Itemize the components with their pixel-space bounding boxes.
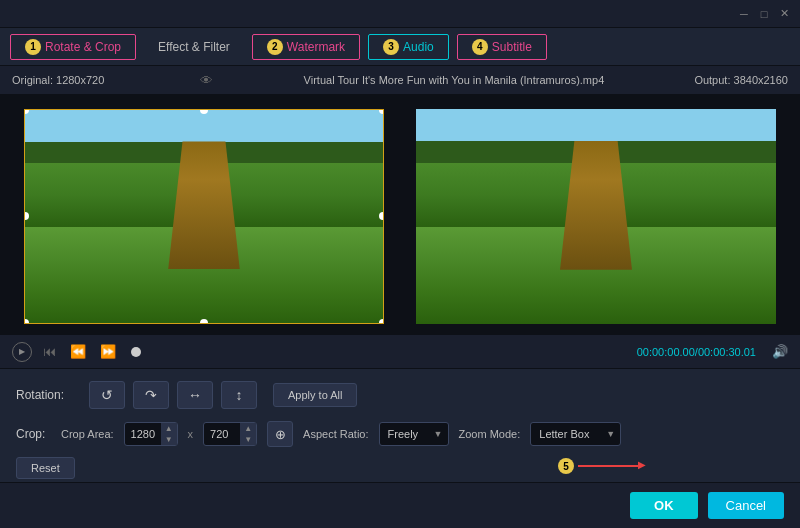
tab-watermark[interactable]: 2 Watermark [252, 34, 360, 60]
preview-area [0, 94, 800, 334]
aspect-ratio-label: Aspect Ratio: [303, 428, 368, 440]
height-spinners: ▲ ▼ [240, 423, 256, 445]
crop-area-label: Crop Area: [61, 428, 114, 440]
arrow-indicator: 5 [558, 458, 638, 474]
left-video-panel [8, 102, 400, 330]
tab1-badge: 1 [25, 39, 41, 55]
right-video-content [416, 109, 776, 324]
crop-row: Crop: Crop Area: ▲ ▼ x ▲ ▼ ⊕ Aspect Rati… [16, 421, 784, 447]
tab-effect-filter-label: Effect & Filter [158, 40, 230, 54]
handle-bottom-mid[interactable] [200, 319, 208, 324]
width-input-wrap: ▲ ▼ [124, 422, 178, 446]
crop-label: Crop: [16, 427, 51, 441]
height-spin-down[interactable]: ▼ [240, 434, 256, 445]
apply-to-all-button[interactable]: Apply to All [273, 383, 357, 407]
handle-bottom-right[interactable] [379, 319, 384, 324]
width-spin-down[interactable]: ▼ [161, 434, 177, 445]
width-spinners: ▲ ▼ [161, 423, 177, 445]
tab-subtitle-label: Subtitle [492, 40, 532, 54]
maximize-button[interactable]: □ [756, 6, 772, 22]
time-display: 00:00:00.00/00:00:30.01 [637, 346, 756, 358]
tab-rotate-crop-label: Rotate & Crop [45, 40, 121, 54]
minimize-button[interactable]: ─ [736, 6, 752, 22]
eye-icon: 👁 [200, 73, 213, 88]
filename-label: Virtual Tour It's More Fun with You in M… [304, 74, 605, 86]
tab-watermark-label: Watermark [287, 40, 345, 54]
right-video-frame [416, 109, 776, 324]
bottom-bar: OK Cancel [0, 482, 800, 528]
tab4-badge: 4 [472, 39, 488, 55]
badge5-wrap: 5 [558, 458, 638, 474]
rotate-left-button[interactable]: ↺ [89, 381, 125, 409]
title-bar: ─ □ ✕ [0, 0, 800, 28]
tab-rotate-crop[interactable]: 1 Rotate & Crop [10, 34, 136, 60]
height-spin-up[interactable]: ▲ [240, 423, 256, 434]
aspect-ratio-select-wrap: Freely 16:9 4:3 1:1 Custom ▼ [379, 422, 449, 446]
x-separator: x [188, 428, 194, 440]
tab-effect-filter[interactable]: Effect & Filter [144, 36, 244, 58]
close-button[interactable]: ✕ [776, 6, 792, 22]
tab2-badge: 2 [267, 39, 283, 55]
volume-icon[interactable]: 🔊 [772, 344, 788, 359]
total-time: 00:00:30.01 [698, 346, 756, 358]
tab-audio[interactable]: 3 Audio [368, 34, 449, 60]
right-video-panel [400, 102, 792, 330]
arrow-line [578, 465, 638, 467]
tab-subtitle[interactable]: 4 Subtitle [457, 34, 547, 60]
zoom-mode-label: Zoom Mode: [459, 428, 521, 440]
controls-panel: Rotation: ↺ ↷ ↔ ↕ Apply to All Crop: Cro… [0, 368, 800, 491]
tab3-badge: 3 [383, 39, 399, 55]
height-input-wrap: ▲ ▼ [203, 422, 257, 446]
flip-horizontal-button[interactable]: ↔ [177, 381, 213, 409]
zoom-mode-select-wrap: Letter Box Pan & Scan Full ▼ [530, 422, 621, 446]
progress-dot[interactable] [131, 347, 141, 357]
rotate-right-button[interactable]: ↷ [133, 381, 169, 409]
rotation-label: Rotation: [16, 388, 81, 402]
info-bar: Original: 1280x720 👁 Virtual Tour It's M… [0, 66, 800, 94]
ok-button[interactable]: OK [630, 492, 698, 519]
current-time: 00:00:00.00 [637, 346, 695, 358]
reset-button[interactable]: Reset [16, 457, 75, 479]
playback-bar: ▶ ⏮ ⏪ ⏩ 00:00:00.00/00:00:30.01 🔊 [0, 334, 800, 368]
tab-audio-label: Audio [403, 40, 434, 54]
rotation-row: Rotation: ↺ ↷ ↔ ↕ Apply to All [16, 381, 784, 409]
flip-vertical-button[interactable]: ↕ [221, 381, 257, 409]
zoom-mode-select[interactable]: Letter Box Pan & Scan Full [530, 422, 621, 446]
handle-mid-right[interactable] [379, 212, 384, 220]
step5-badge: 5 [558, 458, 574, 474]
cancel-button[interactable]: Cancel [708, 492, 784, 519]
skip-back-button[interactable]: ⏮ [40, 344, 59, 359]
output-resolution: Output: 3840x2160 [694, 74, 788, 86]
frame-back-button[interactable]: ⏪ [67, 344, 89, 359]
left-video-frame [24, 109, 384, 324]
width-spin-up[interactable]: ▲ [161, 423, 177, 434]
left-video-content [25, 110, 383, 323]
original-resolution: Original: 1280x720 [12, 74, 104, 86]
handle-top-right[interactable] [379, 109, 384, 114]
play-button[interactable]: ▶ [12, 342, 32, 362]
frame-forward-button[interactable]: ⏩ [97, 344, 119, 359]
crop-reset-icon[interactable]: ⊕ [267, 421, 293, 447]
tab-bar: 1 Rotate & Crop Effect & Filter 2 Waterm… [0, 28, 800, 66]
aspect-ratio-select[interactable]: Freely 16:9 4:3 1:1 Custom [379, 422, 449, 446]
